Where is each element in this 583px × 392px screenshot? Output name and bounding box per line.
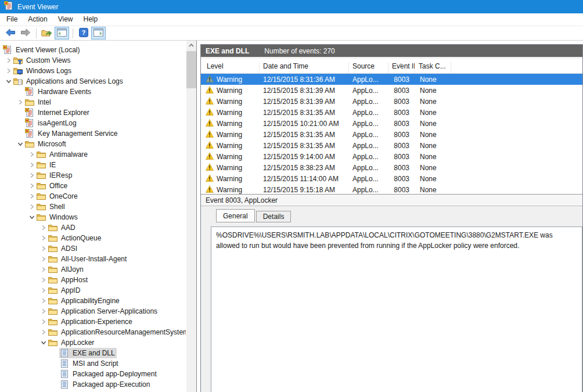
tree-item-key-management-service[interactable]: Key Management Service bbox=[0, 128, 186, 139]
chevron-right-icon[interactable] bbox=[28, 162, 36, 168]
tree-item-internet-explorer[interactable]: Internet Explorer bbox=[0, 107, 186, 118]
tree-item-windows[interactable]: Windows bbox=[0, 212, 186, 222]
chevron-right-icon[interactable] bbox=[28, 193, 36, 199]
chevron-right-icon[interactable] bbox=[28, 152, 36, 157]
event-row[interactable]: Warning12/15/2015 8:31:35 AMAppLo...8003… bbox=[201, 140, 582, 151]
chevron-right-icon[interactable] bbox=[39, 298, 48, 304]
chevron-right-icon[interactable] bbox=[5, 57, 13, 63]
event-row[interactable]: Warning12/15/2015 8:31:39 AMAppLo...8003… bbox=[201, 96, 582, 107]
help-button[interactable]: ? bbox=[76, 27, 91, 39]
tree-item-packaged-app-execution[interactable]: Packaged app-Execution bbox=[0, 379, 186, 390]
tree-item-custom-views[interactable]: Custom Views bbox=[0, 55, 186, 66]
event-row[interactable]: Warning12/15/2015 8:31:35 AMAppLo...8003… bbox=[201, 129, 582, 140]
tree-item-antimalware[interactable]: Antimalware bbox=[0, 149, 186, 160]
tree-item-isaagentlog[interactable]: isaAgentLog bbox=[0, 118, 186, 128]
event-message-box[interactable]: %OSDRIVE%\USERS\RSMITH.LAB\APPDATA\LOCAL… bbox=[211, 226, 582, 392]
menu-item-file[interactable]: File bbox=[1, 13, 23, 26]
chevron-right-icon[interactable] bbox=[28, 183, 36, 189]
tree-item-applicationresourcemanagementsystem[interactable]: ApplicationResourceManagementSystem bbox=[0, 327, 186, 337]
chevron-right-icon[interactable] bbox=[39, 267, 48, 272]
chevron-right-icon[interactable] bbox=[5, 68, 13, 74]
event-row[interactable]: Warning12/15/2015 8:31:35 AMAppLo...8003… bbox=[201, 107, 582, 118]
chevron-right-icon[interactable] bbox=[39, 287, 48, 293]
chevron-down-icon[interactable] bbox=[5, 79, 13, 84]
show-action-pane-button[interactable] bbox=[91, 27, 106, 39]
chevron-right-icon[interactable] bbox=[39, 319, 48, 325]
scrollbar-thumb[interactable] bbox=[186, 51, 196, 88]
show-console-tree-button[interactable] bbox=[55, 27, 69, 39]
chevron-right-icon[interactable] bbox=[28, 172, 36, 178]
tree-item-appid[interactable]: AppID bbox=[0, 285, 186, 296]
column-header-source[interactable]: Source bbox=[349, 62, 388, 73]
detail-content: %OSDRIVE%\USERS\RSMITH.LAB\APPDATA\LOCAL… bbox=[201, 222, 582, 392]
folder-page-icon bbox=[13, 77, 24, 85]
tree-item-onecore[interactable]: OneCore bbox=[0, 191, 186, 202]
event-row[interactable]: Warning12/15/2015 8:38:23 AMAppLo...8003… bbox=[201, 162, 582, 173]
folder-icon bbox=[48, 244, 59, 253]
tree-item-alljoyn[interactable]: AllJoyn bbox=[0, 264, 186, 275]
tree-item-exe-and-dll[interactable]: EXE and DLL bbox=[0, 348, 186, 358]
tree-item-apphost[interactable]: AppHost bbox=[0, 275, 186, 285]
event-row[interactable]: Warning12/15/2015 9:14:00 AMAppLo...8003… bbox=[201, 151, 582, 162]
scrollbar-up-button[interactable] bbox=[186, 41, 196, 49]
tree-item-application-experience[interactable]: Application-Experience bbox=[0, 317, 186, 327]
menu-item-action[interactable]: Action bbox=[23, 13, 52, 26]
chevron-right-icon[interactable] bbox=[28, 204, 36, 210]
chevron-right-icon[interactable] bbox=[39, 256, 48, 262]
tree-item-windows-logs[interactable]: Windows Logs bbox=[0, 66, 186, 76]
open-saved-log-button[interactable] bbox=[39, 27, 54, 39]
chevron-right-icon[interactable] bbox=[39, 329, 48, 335]
column-header-task[interactable]: Task C... bbox=[415, 62, 451, 73]
tab-general[interactable]: General bbox=[216, 209, 255, 222]
sort-ascending-icon[interactable] bbox=[398, 60, 404, 68]
column-header-date[interactable]: Date and Time bbox=[260, 62, 349, 73]
column-header-level[interactable]: Level bbox=[203, 62, 260, 73]
chevron-right-icon[interactable] bbox=[39, 308, 48, 314]
tree-item-application-server-applications[interactable]: Application Server-Applications bbox=[0, 306, 186, 317]
back-button[interactable] bbox=[3, 27, 17, 39]
tree-item-label: Windows bbox=[49, 213, 78, 221]
tree-item-packaged-app-deployment[interactable]: Packaged app-Deployment bbox=[0, 369, 186, 379]
menu-item-view[interactable]: View bbox=[53, 13, 78, 26]
tree-item-applicabilityengine[interactable]: ApplicabilityEngine bbox=[0, 296, 186, 306]
event-row[interactable]: Warning12/15/2015 8:31:39 AMAppLo...8003… bbox=[201, 85, 582, 96]
tree-scrollbar[interactable] bbox=[186, 41, 196, 392]
event-level: Warning bbox=[217, 109, 242, 117]
tree-item-microsoft[interactable]: Microsoft bbox=[0, 139, 186, 149]
log-icon bbox=[25, 129, 35, 138]
event-row[interactable]: Warning12/15/2015 8:31:36 AMAppLo...8003… bbox=[201, 74, 582, 85]
chevron-right-icon[interactable] bbox=[39, 225, 48, 231]
tree-item-event-viewer-local[interactable]: Event Viewer (Local) bbox=[0, 45, 186, 55]
event-row[interactable]: Warning12/15/2015 11:14:00 AMAppLo...800… bbox=[201, 173, 582, 184]
menu-item-help[interactable]: Help bbox=[78, 13, 103, 26]
tree-item-applications-and-services-logs[interactable]: Applications and Services Logs bbox=[0, 76, 186, 87]
chevron-down-icon[interactable] bbox=[28, 215, 36, 220]
tree-item-applocker[interactable]: AppLocker bbox=[0, 337, 186, 348]
tree-item-adsi[interactable]: ADSI bbox=[0, 243, 186, 254]
tree-item-aad[interactable]: AAD bbox=[0, 222, 186, 233]
tree-item-office[interactable]: Office bbox=[0, 181, 186, 191]
warning-icon bbox=[206, 185, 214, 195]
chevron-right-icon[interactable] bbox=[39, 277, 48, 283]
chevron-down-icon[interactable] bbox=[16, 142, 24, 146]
forward-button[interactable] bbox=[18, 27, 33, 39]
event-id: 8003 bbox=[388, 109, 415, 117]
chevron-right-icon[interactable] bbox=[39, 246, 48, 251]
tree-item-clipped[interactable] bbox=[0, 390, 186, 392]
tree-item-ie[interactable]: IE bbox=[0, 160, 186, 170]
tree-item-msi-and-script[interactable]: MSI and Script bbox=[0, 358, 186, 369]
tree-item-actionqueue[interactable]: ActionQueue bbox=[0, 233, 186, 243]
tab-details[interactable]: Details bbox=[256, 211, 292, 222]
tree-item-intel[interactable]: Intel bbox=[0, 97, 186, 107]
tree-item-hardware-events[interactable]: Hardware Events bbox=[0, 87, 186, 97]
tree-item-shell[interactable]: Shell bbox=[0, 202, 186, 212]
chevron-right-icon[interactable] bbox=[16, 99, 24, 105]
chevron-down-icon[interactable] bbox=[39, 340, 48, 345]
tree-item-ieresp[interactable]: IEResp bbox=[0, 170, 186, 181]
event-source: AppLo... bbox=[349, 153, 388, 161]
tree-item-all-user-install-agent[interactable]: All-User-Install-Agent bbox=[0, 254, 186, 264]
chevron-right-icon[interactable] bbox=[39, 235, 48, 241]
list-icon bbox=[60, 348, 70, 358]
event-row[interactable]: Warning12/15/2015 9:15:18 AMAppLo...8003… bbox=[201, 184, 582, 194]
event-row[interactable]: Warning12/15/2015 10:21:00 AMAppLo...800… bbox=[201, 118, 582, 129]
